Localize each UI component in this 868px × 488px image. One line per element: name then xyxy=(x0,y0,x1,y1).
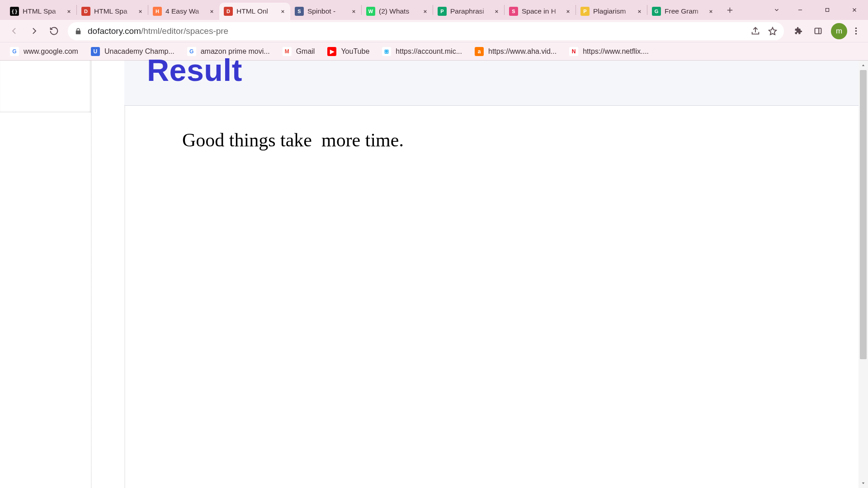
page-viewport: Result Good things take more time. xyxy=(0,61,868,488)
tab-favicon: { } xyxy=(10,7,19,16)
bookmark-label: https://www.aha.vid... xyxy=(488,47,557,56)
tab-favicon: G xyxy=(652,7,661,16)
tab-title: 4 Easy Wa xyxy=(165,7,208,15)
bookmark-item[interactable]: Nhttps://www.netflix.... xyxy=(564,44,654,59)
tab-title: HTML Onl xyxy=(236,7,278,15)
editor-collapsed-panel xyxy=(0,61,91,113)
tab-close-button[interactable] xyxy=(278,7,287,15)
bookmark-item[interactable]: ⊞https://account.mic... xyxy=(377,44,467,59)
tab-search-dropdown-icon[interactable] xyxy=(767,0,787,20)
tab-favicon: W xyxy=(366,7,375,16)
browser-tab[interactable]: DHTML Spa xyxy=(77,3,148,20)
bookmark-label: https://account.mic... xyxy=(396,47,462,56)
tab-favicon: S xyxy=(509,7,518,16)
browser-tab[interactable]: PPlagiarism xyxy=(576,3,647,20)
svg-point-4 xyxy=(855,33,857,35)
bookmark-star-icon[interactable] xyxy=(768,26,778,36)
result-heading: Result xyxy=(147,58,242,82)
tab-close-button[interactable] xyxy=(136,7,144,15)
url-text: dofactory.com/html/editor/spaces-pre xyxy=(88,26,743,36)
tab-favicon: P xyxy=(580,7,590,16)
scroll-down-arrow-icon[interactable] xyxy=(859,479,868,488)
tab-close-button[interactable] xyxy=(564,7,572,15)
svg-rect-1 xyxy=(815,28,821,33)
svg-point-3 xyxy=(855,30,857,32)
result-panel: Result Good things take more time. xyxy=(124,61,860,488)
bookmark-favicon: N xyxy=(569,47,578,56)
tab-title: Paraphrasi xyxy=(450,7,492,15)
bookmark-favicon: M xyxy=(283,47,292,56)
tab-strip: { }HTML SpaDHTML SpaH4 Easy WaDHTML OnlS… xyxy=(0,0,868,20)
bookmark-item[interactable]: MGmail xyxy=(277,44,321,59)
bookmark-label: https://www.netflix.... xyxy=(583,47,649,56)
tab-title: HTML Spa xyxy=(94,7,136,15)
forward-button[interactable] xyxy=(24,22,43,41)
tab-close-button[interactable] xyxy=(208,7,216,15)
tab-close-button[interactable] xyxy=(492,7,500,15)
side-panel-button[interactable] xyxy=(808,22,827,41)
bookmark-label: YouTube xyxy=(341,47,369,56)
avatar-initial: m xyxy=(836,27,842,36)
tab-title: HTML Spa xyxy=(23,7,65,15)
bookmark-item[interactable]: ahttps://www.aha.vid... xyxy=(469,44,562,59)
bookmark-favicon: G xyxy=(10,47,19,56)
share-icon[interactable] xyxy=(750,26,760,36)
bookmark-label: Gmail xyxy=(296,47,315,56)
scrollbar-thumb[interactable] xyxy=(860,70,867,359)
chrome-menu-button[interactable] xyxy=(848,22,863,41)
tab-favicon: H xyxy=(153,7,162,16)
extensions-button[interactable] xyxy=(788,22,807,41)
lock-icon xyxy=(74,27,82,35)
tab-title: Plagiarism xyxy=(593,7,635,15)
tab-favicon: P xyxy=(438,7,447,16)
bookmark-favicon: ▶ xyxy=(327,47,336,56)
svg-point-2 xyxy=(855,28,857,29)
window-maximize-button[interactable] xyxy=(814,0,841,20)
browser-tab[interactable]: PParaphrasi xyxy=(433,3,504,20)
bookmark-favicon: ⊞ xyxy=(382,47,391,56)
new-tab-button[interactable] xyxy=(722,2,737,18)
tab-favicon: D xyxy=(224,7,233,16)
tab-close-button[interactable] xyxy=(635,7,643,15)
toolbar: dofactory.com/html/editor/spaces-pre m xyxy=(0,20,868,42)
browser-tab[interactable]: { }HTML Spa xyxy=(5,3,76,20)
browser-tab[interactable]: SSpace in H xyxy=(505,3,576,20)
back-button[interactable] xyxy=(5,22,24,41)
profile-avatar[interactable]: m xyxy=(831,23,847,39)
tab-title: Free Gram xyxy=(665,7,707,15)
window-minimize-button[interactable] xyxy=(787,0,814,20)
bookmark-favicon: a xyxy=(475,47,484,56)
tab-close-button[interactable] xyxy=(349,7,358,15)
browser-tab[interactable]: DHTML Onl xyxy=(219,3,290,20)
window-close-button[interactable] xyxy=(841,0,868,20)
tab-title: Space in H xyxy=(522,7,564,15)
tab-favicon: D xyxy=(81,7,90,16)
bookmarks-bar: Gwww.google.comUUnacademy Champ...Gamazo… xyxy=(0,42,868,61)
tab-close-button[interactable] xyxy=(65,7,73,15)
scroll-up-arrow-icon[interactable] xyxy=(859,61,868,70)
tab-favicon: S xyxy=(295,7,304,16)
bookmark-label: www.google.com xyxy=(24,47,78,56)
svg-rect-0 xyxy=(826,9,829,12)
address-bar[interactable]: dofactory.com/html/editor/spaces-pre xyxy=(68,22,784,40)
reload-button[interactable] xyxy=(44,22,63,41)
browser-tab[interactable]: SSpinbot - xyxy=(290,3,361,20)
browser-tab[interactable]: GFree Gram xyxy=(647,3,718,20)
tab-close-button[interactable] xyxy=(707,7,715,15)
vertical-scrollbar[interactable] xyxy=(859,61,868,488)
bookmark-item[interactable]: Gwww.google.com xyxy=(5,44,84,59)
bookmark-item[interactable]: ▶YouTube xyxy=(322,44,375,59)
browser-tab[interactable]: H4 Easy Wa xyxy=(148,3,219,20)
result-output-text: Good things take more time. xyxy=(124,106,860,151)
tab-title: (2) Whats xyxy=(379,7,421,15)
tab-title: Spinbot - xyxy=(307,7,349,15)
tab-close-button[interactable] xyxy=(421,7,429,15)
bookmark-favicon: U xyxy=(91,47,100,56)
browser-tab[interactable]: W(2) Whats xyxy=(362,3,433,20)
result-header: Result xyxy=(124,61,860,106)
